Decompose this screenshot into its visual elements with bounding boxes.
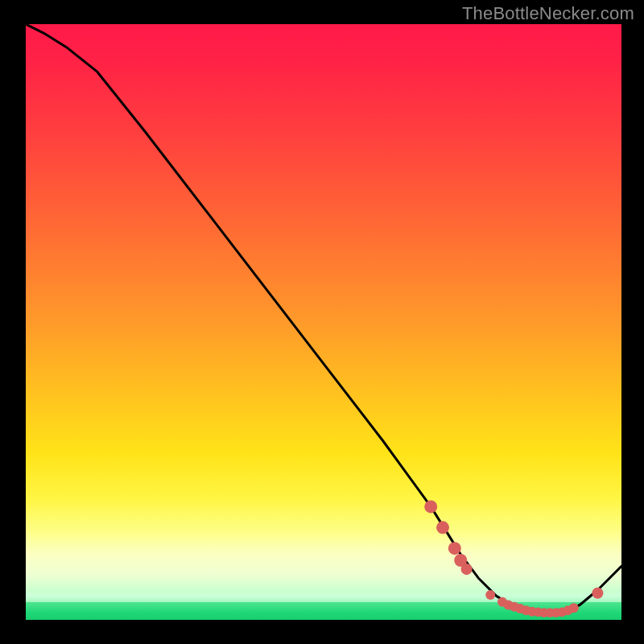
plot-area [26,24,621,620]
watermark-text: TheBottleNecker.com [462,3,634,24]
gradient-background [26,24,621,620]
chart-frame: TheBottleNecker.com [0,0,644,644]
green-band [26,602,621,620]
